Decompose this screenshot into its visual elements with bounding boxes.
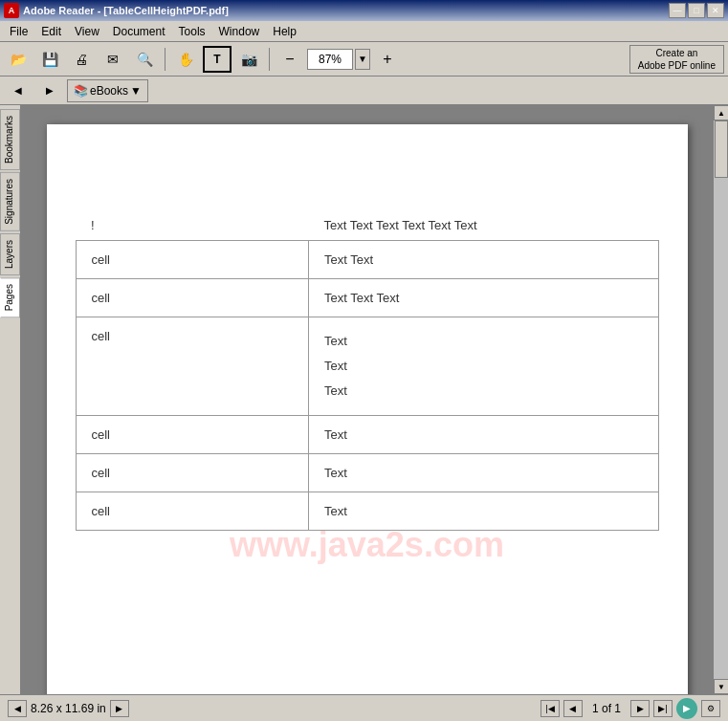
pdf-table: ! Text Text Text Text Text Text cell Tex…: [76, 210, 659, 531]
cell-3-1: cell: [76, 317, 309, 416]
scroll-thumb[interactable]: [715, 120, 728, 178]
title-bar-controls: — □ ✕: [669, 3, 724, 18]
maximize-button[interactable]: □: [688, 3, 705, 18]
watermark: www.java2s.com: [230, 525, 504, 565]
bookmarks-tab[interactable]: Bookmarks: [0, 109, 20, 170]
last-page-button[interactable]: ▶|: [653, 700, 673, 717]
scroll-track: [714, 120, 728, 679]
cell-1-1: cell: [76, 241, 309, 279]
secondary-toolbar: ◀ ▶ 📚 eBooks ▼: [0, 76, 728, 105]
snapshot-button[interactable]: 📷: [234, 46, 263, 73]
prev-page-button[interactable]: ◀: [563, 700, 583, 717]
menu-view[interactable]: View: [69, 23, 105, 40]
create-pdf-button[interactable]: Create anAdobe PDF online: [629, 45, 724, 74]
app-icon: A: [4, 3, 19, 18]
separator-2: [269, 48, 270, 71]
exclamation-mark: !: [91, 218, 95, 232]
zoom-dropdown-button[interactable]: ▼: [355, 49, 370, 70]
back-button[interactable]: ◀: [4, 77, 33, 104]
table-row: cell Text Text Text: [76, 279, 658, 317]
search-button[interactable]: 🔍: [130, 46, 159, 73]
ebooks-icon: 📚: [74, 84, 88, 98]
cell-1-2: Text Text: [309, 241, 658, 279]
nav-controls: ◀ 8.26 x 11.69 in ▶: [8, 700, 129, 717]
cell-4-1: cell: [76, 416, 309, 454]
table-row: cell Text: [76, 416, 658, 454]
table-row: cell TextTextText: [76, 317, 658, 416]
zoom-input[interactable]: [307, 49, 353, 70]
play-button[interactable]: ▶: [676, 698, 697, 719]
settings-button[interactable]: ⚙: [701, 700, 720, 717]
page-dimensions: 8.26 x 11.69 in: [31, 702, 106, 715]
ebooks-dropdown-icon: ▼: [130, 84, 142, 98]
zoom-out-button[interactable]: −: [276, 46, 304, 73]
zoom-container: ▼: [307, 49, 370, 70]
menu-file[interactable]: File: [4, 23, 33, 40]
zoom-in-button[interactable]: +: [373, 46, 402, 73]
next-page-button[interactable]: ▶: [630, 700, 650, 717]
header-col2: Text Text Text Text Text Text: [309, 210, 658, 241]
sidebar-tabs: Bookmarks Signatures Layers Pages: [0, 105, 21, 694]
ebooks-button[interactable]: 📚 eBooks ▼: [67, 79, 148, 102]
cell-6-2: Text: [309, 492, 658, 531]
menu-help[interactable]: Help: [267, 23, 302, 40]
cell-2-1: cell: [76, 279, 309, 317]
open-button[interactable]: 📂: [4, 46, 33, 73]
menu-edit[interactable]: Edit: [35, 23, 67, 40]
header-text: Text Text Text Text Text Text: [324, 218, 477, 232]
pdf-page: www.java2s.com ! Text Text Text Text Tex…: [47, 124, 688, 694]
hand-tool-button[interactable]: ✋: [171, 46, 200, 73]
ebooks-label: eBooks: [90, 84, 128, 98]
scroll-down-button[interactable]: ▼: [714, 679, 728, 694]
cell-5-1: cell: [76, 454, 309, 492]
right-scrollbar: ▲ ▼: [713, 105, 728, 694]
email-button[interactable]: ✉: [99, 46, 127, 73]
menu-tools[interactable]: Tools: [173, 23, 211, 40]
scroll-up-button[interactable]: ▲: [714, 105, 728, 120]
save-button[interactable]: 💾: [35, 46, 64, 73]
cell-6-1: cell: [76, 492, 309, 531]
document-viewer[interactable]: www.java2s.com ! Text Text Text Text Tex…: [21, 105, 713, 694]
print-button[interactable]: 🖨: [67, 46, 96, 73]
close-button[interactable]: ✕: [707, 3, 724, 18]
forward-button[interactable]: ▶: [35, 77, 64, 104]
cell-3-2: TextTextText: [309, 317, 658, 416]
title-bar-left: A Adobe Reader - [TableCellHeightPDF.pdf…: [4, 3, 229, 18]
app-title: Adobe Reader - [TableCellHeightPDF.pdf]: [23, 5, 229, 16]
menu-document[interactable]: Document: [107, 23, 171, 40]
menu-window[interactable]: Window: [213, 23, 266, 40]
header-col1: !: [76, 210, 309, 241]
page-info: 1 of 1: [592, 702, 621, 715]
cell-4-2: Text: [309, 416, 658, 454]
layers-tab[interactable]: Layers: [0, 233, 20, 275]
table-row: cell Text: [76, 492, 658, 531]
status-right: |◀ ◀ 1 of 1 ▶ ▶| ▶ ⚙: [540, 698, 720, 719]
table-row: cell Text: [76, 454, 658, 492]
table-header-row: ! Text Text Text Text Text Text: [76, 210, 658, 241]
separator-1: [165, 48, 165, 71]
pages-tab[interactable]: Pages: [0, 277, 20, 317]
cell-5-2: Text: [309, 454, 658, 492]
cell-2-2: Text Text Text: [309, 279, 658, 317]
status-bar: ◀ 8.26 x 11.69 in ▶ |◀ ◀ 1 of 1 ▶ ▶| ▶ ⚙: [0, 694, 728, 721]
select-text-button[interactable]: T: [203, 46, 232, 73]
scroll-left-button[interactable]: ◀: [8, 700, 27, 717]
menu-bar: File Edit View Document Tools Window Hel…: [0, 21, 728, 42]
minimize-button[interactable]: —: [669, 3, 686, 18]
first-page-button[interactable]: |◀: [540, 700, 560, 717]
main-area: Bookmarks Signatures Layers Pages www.ja…: [0, 105, 728, 694]
signatures-tab[interactable]: Signatures: [0, 172, 20, 231]
main-toolbar: 📂 💾 🖨 ✉ 🔍 ✋ T 📷 − ▼ + Create anAdobe PDF…: [0, 42, 728, 76]
table-row: cell Text Text: [76, 241, 658, 279]
scroll-right-button[interactable]: ▶: [110, 700, 129, 717]
title-bar: A Adobe Reader - [TableCellHeightPDF.pdf…: [0, 0, 728, 21]
